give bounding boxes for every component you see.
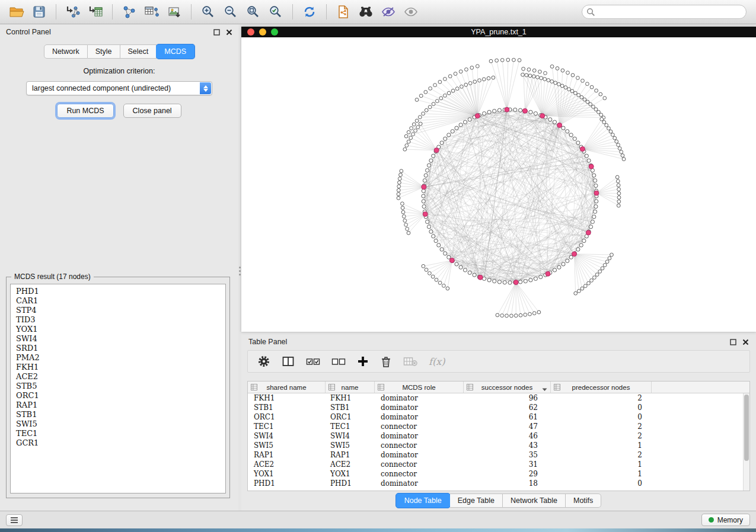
table-cell: 31 xyxy=(464,460,551,469)
column-header-name[interactable]: name xyxy=(326,382,375,393)
mcds-result-item[interactable]: RAP1 xyxy=(11,400,225,410)
tab-select[interactable]: Select xyxy=(120,44,157,59)
table-row[interactable]: ACE2ACE2connector311 xyxy=(248,460,749,469)
zoom-fit-button[interactable] xyxy=(243,2,264,22)
mcds-result-item[interactable]: SWI4 xyxy=(11,334,225,344)
close-panel-icon[interactable] xyxy=(226,29,232,36)
table-cell: 43 xyxy=(464,441,551,450)
import-table-file-button[interactable] xyxy=(85,2,106,22)
mcds-result-item[interactable]: PMA2 xyxy=(11,353,225,363)
tab-edge-table[interactable]: Edge Table xyxy=(450,493,503,508)
tab-network-table[interactable]: Network Table xyxy=(503,493,566,508)
column-header-filler xyxy=(652,382,749,393)
float-panel-icon[interactable] xyxy=(730,339,736,345)
mcds-result-item[interactable]: SRD1 xyxy=(11,344,225,353)
mcds-result-item[interactable]: CAR1 xyxy=(11,296,225,306)
column-header-successor-nodes[interactable]: successor nodes xyxy=(464,382,551,393)
tab-mcds[interactable]: MCDS xyxy=(156,44,195,59)
network-window-titlebar[interactable]: YPA_prune.txt_1 xyxy=(241,27,756,37)
save-session-button[interactable] xyxy=(28,2,50,22)
zoom-selected-button[interactable] xyxy=(265,2,286,22)
tab-motifs[interactable]: Motifs xyxy=(566,493,601,508)
memory-button[interactable]: Memory xyxy=(701,514,750,526)
deselect-all-rows-button[interactable] xyxy=(331,356,346,367)
mcds-result-item[interactable]: FKH1 xyxy=(11,363,225,372)
eye-slash-icon xyxy=(381,5,396,19)
new-table-button[interactable] xyxy=(141,2,162,22)
table-cell: 35 xyxy=(464,451,551,459)
table-scrollbar[interactable] xyxy=(743,393,749,491)
table-cell: dominator xyxy=(375,432,464,440)
table-cell: 46 xyxy=(464,432,551,440)
table-row[interactable]: ORC1ORC1dominator610 xyxy=(248,412,749,422)
float-panel-icon[interactable] xyxy=(213,29,220,36)
mcds-result-item[interactable]: PHD1 xyxy=(11,287,225,296)
node-table: shared name name MCDS role successor nod… xyxy=(247,381,750,491)
mcds-result-item[interactable]: SWI5 xyxy=(11,419,225,429)
table-row[interactable]: PHD1PHD1dominator180 xyxy=(248,479,749,488)
import-network-file-button[interactable] xyxy=(62,2,84,22)
network-window-title: YPA_prune.txt_1 xyxy=(241,28,756,36)
mcds-result-item[interactable]: TID3 xyxy=(11,315,225,325)
optimization-criterion-select[interactable]: largest connected component (undirected) xyxy=(26,81,212,95)
mcds-result-item[interactable]: STB5 xyxy=(11,382,225,391)
memory-status-icon xyxy=(709,517,714,523)
table-row[interactable]: SWI4SWI4dominator462 xyxy=(248,431,749,441)
zoom-fit-icon xyxy=(246,5,260,19)
column-header-mcds-role[interactable]: MCDS role xyxy=(375,382,464,393)
control-panel-tabs: Network Style Select MCDS xyxy=(44,44,194,59)
table-row[interactable]: TEC1TEC1connector472 xyxy=(248,422,749,431)
mcds-result-item[interactable]: GCR1 xyxy=(11,438,225,448)
select-all-rows-button[interactable] xyxy=(306,356,320,367)
export-image-button[interactable] xyxy=(164,2,185,22)
column-header-predecessor-nodes[interactable]: predecessor nodes xyxy=(551,382,652,393)
tab-node-table[interactable]: Node Table xyxy=(395,493,451,508)
close-panel-button[interactable]: Close panel xyxy=(123,104,181,118)
mcds-result-item[interactable]: ORC1 xyxy=(11,391,225,400)
network-canvas[interactable] xyxy=(241,37,756,332)
refresh-view-button[interactable] xyxy=(299,2,320,22)
mcds-result-item[interactable]: TEC1 xyxy=(11,429,225,438)
mcds-result-item[interactable]: STB1 xyxy=(11,410,225,419)
mcds-result-item[interactable]: YOX1 xyxy=(11,325,225,334)
scrollbar-thumb[interactable] xyxy=(744,395,749,461)
mcds-result-item[interactable]: ACE2 xyxy=(11,372,225,382)
run-mcds-button[interactable]: Run MCDS xyxy=(57,104,113,118)
search-network-button[interactable] xyxy=(355,2,377,22)
main-toolbar xyxy=(0,0,756,24)
show-all-button[interactable] xyxy=(400,2,422,22)
close-panel-icon[interactable] xyxy=(742,339,749,345)
hide-selection-button[interactable] xyxy=(378,2,399,22)
search-input[interactable] xyxy=(582,5,747,19)
show-columns-button[interactable] xyxy=(282,355,295,367)
eye-icon xyxy=(403,5,419,19)
table-cell: RAP1 xyxy=(326,451,375,459)
open-file-button[interactable] xyxy=(6,2,27,22)
add-column-button[interactable] xyxy=(357,355,369,367)
plus-icon xyxy=(357,355,369,367)
table-cell: SWI4 xyxy=(326,432,375,440)
table-cell: connector xyxy=(375,422,464,431)
show-panels-button[interactable] xyxy=(6,514,23,526)
table-row[interactable]: YOX1YOX1connector291 xyxy=(248,469,749,479)
table-cell: PHD1 xyxy=(326,479,375,488)
table-cell: ACE2 xyxy=(326,460,375,469)
column-header-shared-name[interactable]: shared name xyxy=(248,382,326,393)
zoom-out-button[interactable] xyxy=(220,2,241,22)
zoom-in-button[interactable] xyxy=(197,2,219,22)
tab-network[interactable]: Network xyxy=(44,44,88,59)
table-row[interactable]: FKH1FKH1dominator962 xyxy=(248,393,749,403)
table-row[interactable]: SWI5SWI5connector431 xyxy=(248,441,749,450)
table-cell: dominator xyxy=(375,451,464,459)
export-document-button[interactable] xyxy=(333,2,354,22)
network-icon xyxy=(122,5,136,19)
new-network-button[interactable] xyxy=(119,2,140,22)
import-table-icon xyxy=(88,5,103,19)
delete-column-button[interactable] xyxy=(380,355,392,368)
table-settings-button[interactable] xyxy=(257,355,270,368)
mcds-result-item[interactable]: STP4 xyxy=(11,306,225,315)
table-row[interactable]: STB1STB1dominator620 xyxy=(248,403,749,412)
dropdown-arrows-icon xyxy=(200,82,211,94)
table-row[interactable]: RAP1RAP1dominator352 xyxy=(248,450,749,460)
tab-style[interactable]: Style xyxy=(88,44,120,59)
